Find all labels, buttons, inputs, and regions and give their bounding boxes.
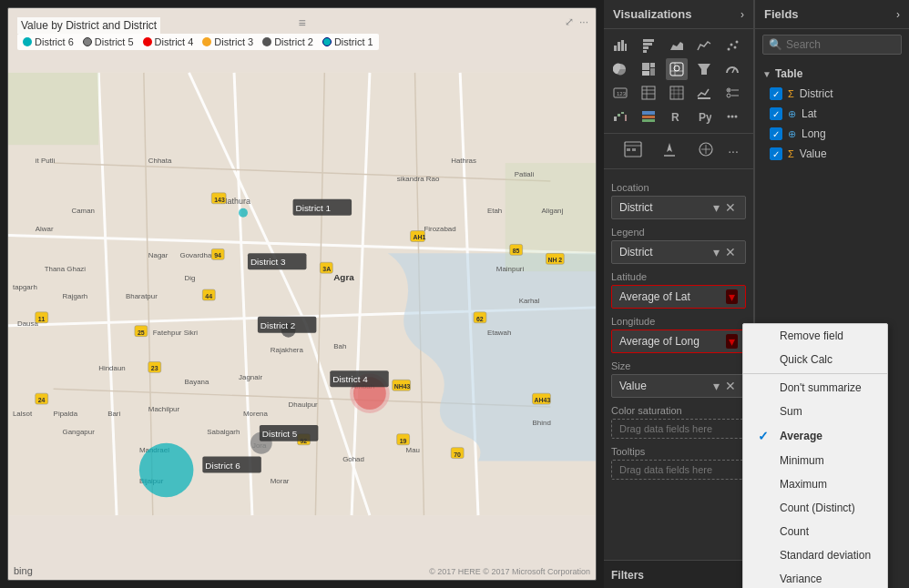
longitude-field[interactable]: Average of Long ▾ — [611, 329, 746, 353]
size-field[interactable]: Value ▾ ✕ — [611, 374, 746, 398]
ctx-remove-field[interactable]: Remove field — [743, 324, 887, 348]
size-field-remove[interactable]: ▾ — [711, 379, 721, 393]
svg-text:District 1: District 1 — [296, 203, 332, 213]
svg-rect-126 — [642, 63, 649, 70]
size-field-text: Value — [619, 380, 647, 392]
longitude-dropdown-btn[interactable]: ▾ — [726, 334, 738, 349]
field-wells: Location District ▾ ✕ Legend District ▾ … — [604, 169, 753, 560]
viz-panel-header: Visualizations › — [604, 0, 753, 29]
svg-rect-114 — [614, 46, 617, 51]
svg-text:AH43: AH43 — [535, 397, 551, 403]
viz-funnel-icon[interactable] — [693, 58, 715, 80]
ctx-label-remove: Remove field — [780, 329, 843, 342]
svg-text:62: 62 — [476, 316, 484, 322]
analytics-tab[interactable] — [691, 139, 720, 163]
location-field[interactable]: District ▾ ✕ — [611, 196, 746, 219]
ctx-label-stddev: Standard deviation — [780, 549, 871, 562]
ctx-variance[interactable]: Variance — [743, 567, 887, 588]
viz-col-icon[interactable] — [638, 35, 659, 56]
viz-area-icon[interactable] — [666, 35, 688, 56]
svg-text:Rajgarh: Rajgarh — [63, 292, 88, 300]
field-type-lat: ⊕ — [788, 108, 796, 120]
field-item-long[interactable]: ✓ ⊕ Long — [762, 124, 902, 144]
format-tabs: ··· — [604, 133, 753, 169]
legend-label-d6: District 6 — [35, 36, 74, 47]
format-tab[interactable] — [655, 139, 684, 163]
field-item-value[interactable]: ✓ Σ Value — [762, 144, 902, 164]
svg-text:Sabalgarh: Sabalgarh — [207, 428, 240, 436]
field-check-value[interactable]: ✓ — [770, 147, 782, 160]
field-item-lat[interactable]: ✓ ⊕ Lat — [762, 104, 902, 124]
viz-scatter-icon[interactable] — [721, 35, 743, 56]
legend-field-x[interactable]: ✕ — [723, 245, 738, 259]
viz-line-icon[interactable] — [693, 35, 715, 56]
viz-table-icon[interactable] — [638, 82, 659, 104]
viz-pie-icon[interactable] — [609, 58, 631, 80]
legend-district4: District 4 — [143, 36, 194, 47]
ctx-stddev[interactable]: Standard deviation — [743, 543, 887, 567]
ctx-count-distinct[interactable]: Count (Distinct) — [743, 496, 887, 520]
ctx-label-nosumm: Don't summarize — [780, 381, 862, 394]
field-check-district[interactable]: ✓ — [770, 87, 782, 100]
viz-arrow[interactable]: › — [740, 8, 744, 21]
viz-icons-grid: 123 — [604, 29, 753, 133]
viz-waterfall-icon[interactable] — [609, 106, 631, 127]
viz-slicer-icon[interactable] — [721, 82, 743, 104]
location-field-remove[interactable]: ▾ — [711, 200, 721, 215]
svg-rect-158 — [642, 116, 655, 118]
ctx-minimum[interactable]: Minimum — [743, 449, 887, 472]
tooltips-label: Tooltips — [611, 446, 746, 457]
field-check-long[interactable]: ✓ — [770, 127, 782, 140]
svg-text:Mau: Mau — [406, 446, 420, 454]
svg-text:Gohad: Gohad — [342, 455, 364, 463]
viz-kpi-icon[interactable] — [693, 82, 715, 104]
ctx-quick-calc[interactable]: Quick Calc — [743, 348, 887, 371]
search-box[interactable]: 🔍 — [762, 35, 902, 55]
ctx-average[interactable]: ✓ Average — [743, 423, 887, 449]
field-item-district[interactable]: ✓ Σ District — [762, 84, 902, 104]
svg-text:Jagnair: Jagnair — [239, 373, 262, 381]
svg-rect-153 — [614, 117, 617, 121]
fields-arrow[interactable]: › — [896, 8, 900, 21]
fields-tab[interactable] — [618, 139, 648, 163]
viz-card-icon[interactable]: 123 — [609, 82, 631, 104]
svg-rect-157 — [642, 111, 655, 115]
svg-text:sikandra Rao: sikandra Rao — [397, 175, 440, 183]
svg-text:Hindaun: Hindaun — [98, 364, 126, 372]
ctx-no-summarize[interactable]: Don't summarize — [743, 376, 887, 400]
search-input[interactable] — [786, 38, 895, 51]
latitude-field[interactable]: Average of Lat ▾ — [611, 285, 746, 309]
viz-python-icon[interactable]: Py — [693, 106, 715, 127]
viz-ribbon-icon[interactable] — [638, 106, 659, 127]
svg-rect-168 — [632, 148, 636, 151]
latitude-dropdown-btn[interactable]: ▾ — [726, 289, 738, 304]
location-field-x[interactable]: ✕ — [723, 200, 738, 215]
viz-map-icon[interactable] — [666, 58, 688, 80]
field-type-long: ⊕ — [788, 128, 796, 140]
legend-district1: District 1 — [322, 36, 373, 47]
viz-treemap-icon[interactable] — [638, 58, 659, 80]
ctx-sum[interactable]: Sum — [743, 400, 887, 423]
svg-point-123 — [730, 44, 733, 46]
ctx-count[interactable]: Count — [743, 520, 887, 543]
svg-rect-14 — [8, 73, 98, 145]
size-label: Size — [611, 360, 746, 371]
table-header[interactable]: ▼ Table — [762, 64, 902, 84]
viz-r-icon[interactable]: R — [666, 106, 688, 127]
viz-gauge-icon[interactable] — [721, 58, 743, 80]
legend-field[interactable]: District ▾ ✕ — [611, 240, 746, 264]
viz-more-icon[interactable] — [721, 106, 743, 127]
context-menu: Remove field Quick Calc Don't summarize … — [742, 323, 888, 588]
legend-label-d3: District 3 — [214, 36, 253, 47]
svg-text:Mainpuri: Mainpuri — [496, 265, 525, 273]
format-more-icon[interactable]: ··· — [728, 144, 739, 158]
legend-field-remove[interactable]: ▾ — [711, 245, 721, 259]
field-check-lat[interactable]: ✓ — [770, 107, 782, 120]
svg-text:24: 24 — [38, 397, 46, 403]
ctx-maximum[interactable]: Maximum — [743, 472, 887, 496]
ctx-label-sum: Sum — [780, 405, 802, 418]
viz-matrix-icon[interactable] — [666, 82, 688, 104]
svg-text:Fatehpur Sikri: Fatehpur Sikri — [153, 329, 199, 337]
size-field-x[interactable]: ✕ — [723, 379, 738, 393]
viz-bar-icon[interactable] — [609, 35, 631, 56]
